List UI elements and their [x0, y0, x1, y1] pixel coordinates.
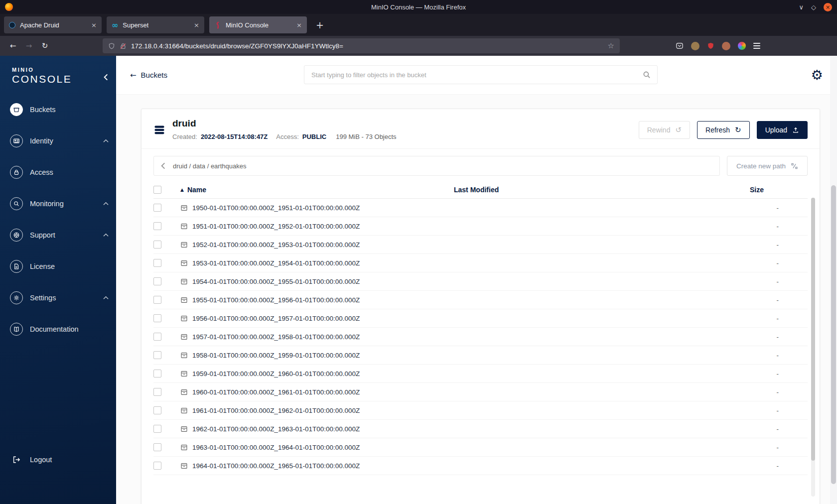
forward-button[interactable]: →	[21, 38, 37, 53]
row-checkbox[interactable]	[153, 241, 161, 249]
row-checkbox[interactable]	[153, 351, 161, 359]
chevron-up-icon[interactable]	[103, 139, 109, 143]
object-name[interactable]: 1960-01-01T00:00:00.000Z_1961-01-01T00:0…	[192, 388, 360, 396]
row-checkbox[interactable]	[153, 443, 161, 451]
upload-button[interactable]: Upload	[757, 121, 808, 139]
minimize-icon[interactable]: ∨	[799, 4, 804, 10]
object-name[interactable]: 1962-01-01T00:00:00.000Z_1963-01-01T00:0…	[192, 425, 360, 433]
object-name[interactable]: 1956-01-01T00:00:00.000Z_1957-01-01T00:0…	[192, 315, 360, 322]
row-checkbox[interactable]	[153, 277, 161, 285]
sidebar-item-settings[interactable]: Settings	[0, 286, 116, 309]
column-header-last-modified[interactable]: Last Modified	[454, 186, 733, 194]
object-name[interactable]: 1950-01-01T00:00:00.000Z_1951-01-01T00:0…	[192, 204, 360, 212]
menu-hamburger-icon[interactable]	[753, 43, 760, 49]
breadcrumb[interactable]: druid / data / earthquakes	[173, 162, 246, 170]
chevron-up-icon[interactable]	[103, 202, 109, 206]
url-bar[interactable]: 172.18.0.4:31664/buckets/druid/browse/ZG…	[103, 38, 620, 53]
breadcrumb-back-chevron-icon[interactable]	[161, 162, 165, 169]
page-scrollbar[interactable]	[830, 56, 837, 504]
table-row[interactable]: 1964-01-01T00:00:00.000Z_1965-01-01T00:0…	[153, 457, 808, 475]
object-name[interactable]: 1957-01-01T00:00:00.000Z_1958-01-01T00:0…	[192, 333, 360, 341]
select-all-checkbox[interactable]	[153, 186, 161, 194]
account-avatar-icon[interactable]	[691, 42, 699, 50]
table-row[interactable]: 1958-01-01T00:00:00.000Z_1959-01-01T00:0…	[153, 346, 808, 365]
object-name[interactable]: 1955-01-01T00:00:00.000Z_1956-01-01T00:0…	[192, 296, 360, 304]
object-name[interactable]: 1959-01-01T00:00:00.000Z_1960-01-01T00:0…	[192, 370, 360, 378]
object-name[interactable]: 1951-01-01T00:00:00.000Z_1952-01-01T00:0…	[192, 223, 360, 230]
table-row[interactable]: 1963-01-01T00:00:00.000Z_1964-01-01T00:0…	[153, 438, 808, 457]
column-header-size[interactable]: Size	[733, 186, 808, 194]
sidebar-item-identity[interactable]: Identity	[0, 129, 116, 152]
tab-close-icon[interactable]: ×	[194, 21, 199, 29]
object-name[interactable]: 1953-01-01T00:00:00.000Z_1954-01-01T00:0…	[192, 259, 360, 267]
console-settings-gear-icon[interactable]: ⚙	[811, 68, 823, 82]
table-row[interactable]: 1955-01-01T00:00:00.000Z_1956-01-01T00:0…	[153, 291, 808, 309]
row-checkbox[interactable]	[153, 259, 161, 267]
tab-close-icon[interactable]: ×	[91, 21, 97, 29]
object-name[interactable]: 1952-01-01T00:00:00.000Z_1953-01-01T00:0…	[192, 241, 360, 249]
table-scrollbar[interactable]	[811, 198, 815, 497]
object-name[interactable]: 1963-01-01T00:00:00.000Z_1964-01-01T00:0…	[192, 444, 360, 451]
ublock-shield-icon[interactable]	[707, 42, 714, 50]
sidebar-item-support[interactable]: Support	[0, 224, 116, 247]
refresh-button[interactable]: Refresh ↻	[697, 121, 750, 139]
row-checkbox[interactable]	[153, 406, 161, 414]
page-scrollbar-thumb[interactable]	[831, 185, 836, 484]
tab-close-icon[interactable]: ×	[296, 21, 302, 29]
sidebar-item-monitoring[interactable]: Monitoring	[0, 192, 116, 215]
table-row[interactable]: 1957-01-01T00:00:00.000Z_1958-01-01T00:0…	[153, 328, 808, 346]
shield-icon[interactable]	[108, 42, 115, 50]
row-checkbox[interactable]	[153, 333, 161, 341]
row-checkbox[interactable]	[153, 314, 161, 322]
access-value[interactable]: PUBLIC	[302, 133, 326, 140]
bookmark-star-icon[interactable]: ☆	[608, 41, 614, 50]
table-row[interactable]: 1954-01-01T00:00:00.000Z_1955-01-01T00:0…	[153, 272, 808, 291]
chevron-up-icon[interactable]	[103, 296, 109, 300]
reload-button[interactable]: ↻	[37, 38, 53, 53]
row-checkbox[interactable]	[153, 296, 161, 304]
insecure-lock-icon[interactable]	[120, 42, 127, 50]
tab-superset[interactable]: ∞ Superset ×	[107, 16, 204, 33]
object-filter-input[interactable]	[304, 65, 658, 84]
close-icon[interactable]: ×	[824, 3, 832, 11]
sidebar-item-documentation[interactable]: Documentation	[0, 318, 116, 341]
row-checkbox[interactable]	[153, 204, 161, 212]
column-header-name[interactable]: ▲ Name	[180, 186, 454, 194]
collapse-sidebar-chevron-icon[interactable]	[104, 74, 108, 81]
sidebar-item-logout[interactable]: Logout	[0, 448, 116, 471]
extension-pinwheel-icon[interactable]	[738, 42, 746, 50]
url-text[interactable]: 172.18.0.4:31664/buckets/druid/browse/ZG…	[131, 42, 603, 50]
rewind-button[interactable]: Rewind ↺	[639, 121, 690, 139]
sidebar-item-license[interactable]: License	[0, 255, 116, 278]
profile-avatar-icon[interactable]	[722, 42, 730, 50]
sidebar-item-access[interactable]: Access	[0, 161, 116, 184]
sidebar-item-buckets[interactable]: Buckets	[0, 98, 116, 121]
maximize-icon[interactable]: ◇	[811, 4, 816, 10]
row-checkbox[interactable]	[153, 370, 161, 378]
chevron-up-icon[interactable]	[103, 233, 109, 237]
object-name[interactable]: 1954-01-01T00:00:00.000Z_1955-01-01T00:0…	[192, 278, 360, 285]
tab-apache-druid[interactable]: Apache Druid ×	[4, 16, 102, 33]
table-row[interactable]: 1960-01-01T00:00:00.000Z_1961-01-01T00:0…	[153, 383, 808, 401]
tab-minio-console[interactable]: MinIO Console ×	[209, 16, 307, 33]
back-to-buckets-link[interactable]: ← Buckets	[130, 71, 167, 80]
object-name[interactable]: 1964-01-01T00:00:00.000Z_1965-01-01T00:0…	[192, 462, 360, 470]
object-name[interactable]: 1958-01-01T00:00:00.000Z_1959-01-01T00:0…	[192, 352, 360, 359]
table-row[interactable]: 1956-01-01T00:00:00.000Z_1957-01-01T00:0…	[153, 309, 808, 328]
table-row[interactable]: 1962-01-01T00:00:00.000Z_1963-01-01T00:0…	[153, 420, 808, 438]
row-checkbox[interactable]	[153, 388, 161, 396]
row-checkbox[interactable]	[153, 462, 161, 470]
row-checkbox[interactable]	[153, 425, 161, 433]
create-new-path-button[interactable]: Create new path	[727, 156, 808, 176]
pocket-icon[interactable]	[676, 42, 684, 50]
table-row[interactable]: 1953-01-01T00:00:00.000Z_1954-01-01T00:0…	[153, 254, 808, 272]
row-checkbox[interactable]	[153, 222, 161, 230]
table-row[interactable]: 1959-01-01T00:00:00.000Z_1960-01-01T00:0…	[153, 365, 808, 383]
table-row[interactable]: 1951-01-01T00:00:00.000Z_1952-01-01T00:0…	[153, 217, 808, 236]
object-name[interactable]: 1961-01-01T00:00:00.000Z_1962-01-01T00:0…	[192, 407, 360, 414]
table-row[interactable]: 1961-01-01T00:00:00.000Z_1962-01-01T00:0…	[153, 401, 808, 420]
table-row[interactable]: 1952-01-01T00:00:00.000Z_1953-01-01T00:0…	[153, 236, 808, 254]
table-row[interactable]: 1950-01-01T00:00:00.000Z_1951-01-01T00:0…	[153, 199, 808, 217]
new-tab-button[interactable]: +	[312, 19, 328, 30]
back-button[interactable]: ←	[5, 38, 21, 53]
